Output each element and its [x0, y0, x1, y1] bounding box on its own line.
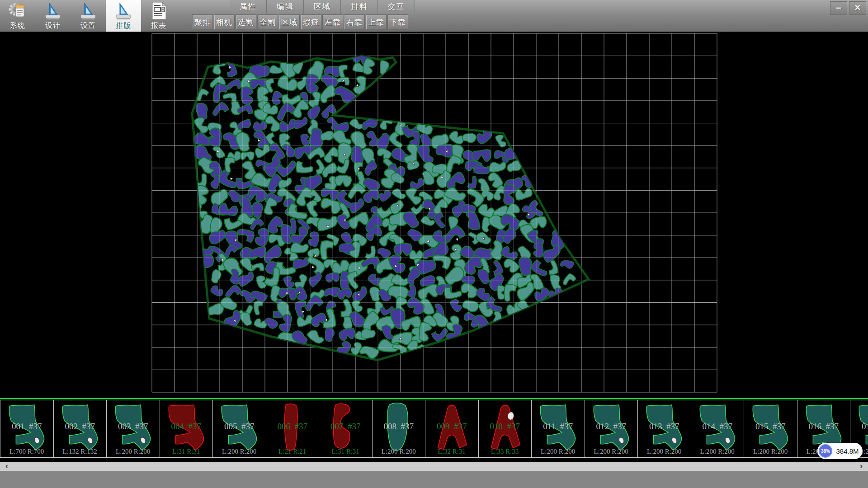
nesting-app-window: { "window": {"minimize_label": "–", "clo… — [0, 0, 868, 488]
filmstrip-cells: 001_#37L:700 R:700002_#37L:132 R:132003_… — [0, 400, 868, 459]
thumbnail-label: 002_#37 — [54, 422, 107, 432]
filmstrip-accent-line — [0, 398, 868, 399]
thumbnail-label: 007_#37 — [319, 422, 372, 432]
progress-pill: 38% 384.8M — [817, 443, 863, 459]
thumbnail-lr-count: L:200 R:200 — [107, 448, 160, 455]
gear-notes-icon — [8, 1, 28, 20]
thumbnail-lr-count: L:200 R:200 — [213, 448, 266, 455]
action-button-7[interactable]: 左靠 — [322, 14, 343, 30]
action-button-2[interactable]: 相机 — [214, 14, 235, 30]
thumbnail-lr-count: L:132 R:132 — [54, 448, 107, 455]
action-button-10[interactable]: 下靠 — [387, 14, 408, 30]
action-button-3[interactable]: 选割 — [236, 14, 256, 30]
window-controls: – × — [830, 1, 866, 15]
app-tab-label: 系统 — [10, 21, 25, 31]
thumbnail-lr-count: L:21 R:21 — [266, 448, 319, 455]
action-button-4[interactable]: 全割 — [257, 14, 278, 30]
menu-tab-1[interactable]: 属性 — [230, 0, 267, 14]
thumbnail-lr-count: L:32 R:31 — [425, 448, 478, 455]
action-button-9[interactable]: 上靠 — [366, 14, 387, 30]
thumbnail-label: 009_#37 — [425, 422, 478, 432]
menu-tab-3[interactable]: 区域 — [304, 0, 341, 14]
thumbnail-cell-14[interactable]: 014_#37L:200 R:200 — [691, 400, 745, 458]
thumbnail-lr-count: L:200 R:200 — [638, 448, 691, 455]
menu-tab-2[interactable]: 编辑 — [267, 0, 304, 14]
app-tab-label: 设置 — [80, 21, 96, 31]
status-bar — [0, 471, 868, 488]
thumbnail-cell-5[interactable]: 005_#37L:200 R:200 — [212, 400, 266, 458]
filmstrip-scrollbar[interactable]: ‹ › — [0, 462, 868, 471]
thumbnail-label: 017_#37 — [850, 422, 868, 432]
thumbnail-cell-15[interactable]: 015_#37L:200 R:200 — [744, 400, 797, 458]
thumbnail-lr-count: L:200 R:200 — [532, 448, 585, 455]
app-tab-5[interactable]: 报表 — [141, 0, 176, 32]
thumbnail-label: 011_#37 — [532, 422, 585, 432]
thumbnail-cell-7[interactable]: 007_#37L:31 R:31 — [319, 400, 373, 458]
thumbnail-label: 006_#37 — [266, 422, 319, 432]
thumbnail-label: 001_#37 — [0, 422, 53, 432]
thumbnail-cell-4[interactable]: 004_#37L:31 R:31 — [160, 400, 213, 458]
thumbnail-lr-count: L:31 R:31 — [160, 448, 213, 455]
app-tab-1[interactable]: 系统 — [0, 0, 35, 32]
ruler-icon — [43, 1, 63, 20]
thumbnail-label: 003_#37 — [107, 422, 160, 432]
thumbnail-lr-count: L:700 R:700 — [0, 448, 53, 455]
thumbnail-lr-count: L:33 R:33 — [479, 448, 532, 455]
app-tab-2[interactable]: 设计 — [35, 0, 71, 32]
minimize-button[interactable]: – — [830, 1, 847, 15]
ruler-icon — [113, 1, 133, 20]
action-toolbar: 聚排相机选割全割区域瑕疵左靠右靠上靠下靠 — [192, 14, 408, 31]
thumbnail-cell-3[interactable]: 003_#37L:200 R:200 — [106, 400, 160, 458]
thumbnail-cell-13[interactable]: 013_#37L:200 R:200 — [637, 400, 691, 458]
thumbnail-lr-count: L:200 R:200 — [585, 448, 638, 455]
menu-tab-4[interactable]: 排料 — [341, 0, 378, 14]
thumbnail-lr-count: L:31 R:31 — [319, 448, 372, 455]
action-button-5[interactable]: 区域 — [279, 14, 300, 30]
piece-filmstrip: 001_#37L:700 R:700002_#37L:132 R:132003_… — [0, 394, 868, 462]
thumbnail-cell-9[interactable]: 009_#37L:32 R:31 — [425, 400, 479, 458]
nesting-canvas[interactable] — [0, 32, 868, 394]
action-button-6[interactable]: 瑕疵 — [301, 14, 321, 30]
memory-usage-label: 384.8M — [832, 447, 863, 455]
app-tabs: 系统设计设置排版报表 — [0, 0, 176, 32]
action-button-8[interactable]: 右靠 — [344, 14, 365, 30]
top-toolbar: 系统设计设置排版报表 属性编辑区域排料交互 聚排相机选割全割区域瑕疵左靠右靠上靠… — [0, 0, 868, 32]
menu-tabs: 属性编辑区域排料交互 — [230, 0, 415, 14]
scroll-right-arrow[interactable]: › — [854, 462, 868, 471]
thumbnail-label: 008_#37 — [373, 422, 425, 432]
thumbnail-label: 014_#37 — [691, 422, 744, 432]
app-tab-label: 排版 — [116, 21, 131, 31]
menu-tab-5[interactable]: 交互 — [378, 0, 415, 14]
report-icon — [149, 1, 169, 20]
app-tab-label: 设计 — [45, 21, 61, 31]
thumbnail-cell-11[interactable]: 011_#37L:200 R:200 — [531, 400, 585, 458]
action-button-1[interactable]: 聚排 — [192, 14, 213, 30]
thumbnail-cell-10[interactable]: 010_#37L:33 R:33 — [478, 400, 532, 458]
thumbnail-label: 015_#37 — [744, 422, 797, 432]
close-button[interactable]: × — [849, 1, 866, 15]
thumbnail-cell-8[interactable]: 008_#37L:200 R:200 — [372, 400, 426, 458]
thumbnail-label: 004_#37 — [160, 422, 213, 432]
thumbnail-cell-1[interactable]: 001_#37L:700 R:700 — [0, 400, 54, 458]
thumbnail-label: 016_#37 — [797, 422, 850, 432]
thumbnail-cell-2[interactable]: 002_#37L:132 R:132 — [53, 400, 107, 458]
ruler-icon — [78, 1, 98, 20]
scroll-left-arrow[interactable]: ‹ — [0, 462, 14, 471]
app-tab-3[interactable]: 设置 — [71, 0, 106, 32]
thumbnail-label: 012_#37 — [585, 422, 638, 432]
thumbnail-label: 010_#37 — [479, 422, 532, 432]
thumbnail-lr-count: L:200 R:200 — [373, 448, 425, 455]
thumbnail-lr-count: L:200 R:200 — [691, 448, 744, 455]
app-tab-label: 报表 — [151, 21, 166, 31]
thumbnail-lr-count: L:200 R:200 — [744, 448, 797, 455]
thumbnail-label: 005_#37 — [213, 422, 266, 432]
thumbnail-label: 013_#37 — [638, 422, 691, 432]
thumbnail-cell-12[interactable]: 012_#37L:200 R:200 — [585, 400, 638, 458]
app-tab-4[interactable]: 排版 — [106, 0, 141, 32]
thumbnail-cell-6[interactable]: 006_#37L:21 R:21 — [266, 400, 320, 458]
progress-badge: 38% — [819, 444, 832, 458]
